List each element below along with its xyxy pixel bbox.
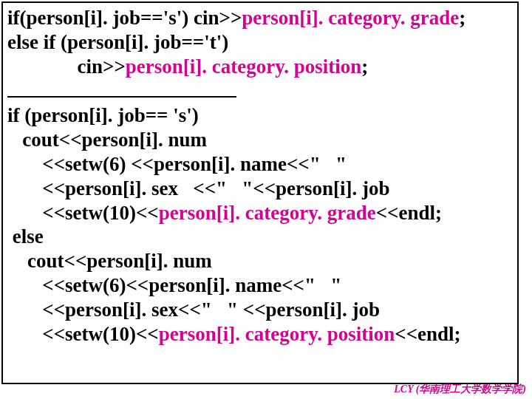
code-line-3a: cin>> <box>7 55 126 78</box>
code-line-2: else if (person[i]. job=='t') <box>7 31 228 53</box>
code-line-1c: ; <box>459 7 466 29</box>
code-line-6: cout<<person[i]. num <box>7 129 207 151</box>
code-line-14a: <<setw(10)<< <box>7 323 159 345</box>
code-line-11: cout<<person[i]. num <box>7 250 212 272</box>
code-line-12: <<setw(6)<<person[i]. name<<" " <box>7 274 341 296</box>
code-line-10: else <box>7 225 44 248</box>
code-block: if(person[i]. job=='s') cin>>person[i]. … <box>1 1 519 384</box>
footer-text: LCY (华南理工大学数学学院) <box>394 383 526 396</box>
code-line-1a: if(person[i]. job=='s') cin>> <box>7 7 242 29</box>
code-line-5: if (person[i]. job== 's') <box>7 104 199 126</box>
code-line-9a: <<setw(10)<< <box>7 202 159 224</box>
code-line-13: <<person[i]. sex<<" " <<person[i]. job <box>7 299 380 321</box>
code-line-3c: ; <box>361 55 368 78</box>
code-line-14c: <<endl; <box>395 323 460 345</box>
slide: if(person[i]. job=='s') cin>>person[i]. … <box>0 0 532 399</box>
code-line-9c: <<endl; <box>376 202 442 224</box>
code-line-8: <<person[i]. sex <<" "<<person[i]. job <box>7 177 390 200</box>
divider-line <box>7 96 236 98</box>
code-line-9b: person[i]. category. grade <box>159 202 376 224</box>
code-line-7: <<setw(6) <<person[i]. name<<" " <box>7 153 347 175</box>
code-line-14b: person[i]. category. position <box>159 323 395 345</box>
code-line-3b: person[i]. category. position <box>126 55 361 78</box>
code-line-1b: person[i]. category. grade <box>242 7 459 29</box>
